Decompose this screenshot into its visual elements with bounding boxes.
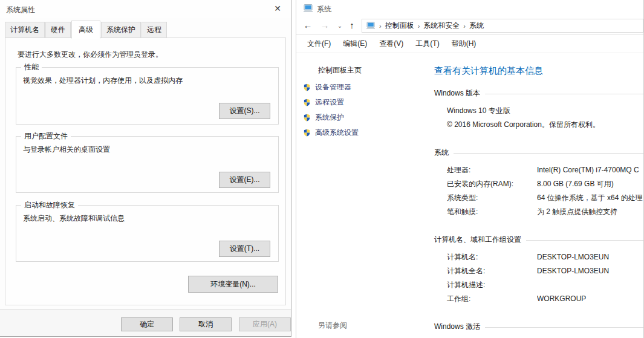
breadcrumb-separator-icon: ›: [414, 22, 424, 30]
section-divider: [526, 240, 643, 241]
tab-system-protection[interactable]: 系统保护: [101, 22, 141, 38]
spec-label: 已安装的内存(RAM):: [447, 177, 537, 191]
uac-shield-icon: [303, 128, 311, 137]
admin-note: 要进行大多数更改，你必须作为管理员登录。: [18, 50, 163, 60]
system-info-content: 查看有关计算机的基本信息 Windows 版本 Windows 10 专业版 ©…: [417, 53, 643, 338]
tab-advanced[interactable]: 高级: [71, 21, 100, 39]
windows-activation-section: Windows 激活 Windows 已激活 阅读 Microsoft 软件许可…: [434, 322, 643, 338]
section-divider: [485, 327, 643, 328]
user-profiles-group: 用户配置文件 与登录帐户相关的桌面设置 设置(E)...: [16, 136, 279, 193]
spec-label: 处理器:: [447, 163, 537, 177]
sidebar-task-list: 设备管理器 远程设置 系统保护: [303, 80, 417, 140]
task-sidebar: 控制面板主页 设备管理器 远程设置: [296, 53, 417, 338]
breadcrumb-computer-icon: [366, 22, 376, 30]
spec-label: 计算机名:: [447, 250, 537, 264]
ok-button[interactable]: 确定: [121, 317, 173, 331]
sidebar-item-label: 设备管理器: [315, 82, 351, 93]
environment-variables-button[interactable]: 环境变量(N)...: [188, 276, 278, 293]
back-icon[interactable]: ←: [302, 20, 314, 30]
sidebar-item-label: 高级系统设置: [315, 128, 359, 138]
sidebar-item-control-panel-home[interactable]: 控制面板主页: [318, 65, 362, 76]
system-window: 系统 ← → ⌄ ↑ › 控制面板 › 系统和安全 › 系统 文件(F) 编辑(…: [296, 0, 644, 338]
sidebar-item-advanced-system-settings[interactable]: 高级系统设置: [303, 125, 417, 140]
recent-pages-chevron-icon[interactable]: ⌄: [334, 22, 346, 29]
startup-recovery-group-desc: 系统启动、系统故障和调试信息: [23, 213, 125, 224]
section-title: Windows 激活: [434, 322, 480, 332]
performance-settings-button[interactable]: 设置(S)...: [219, 103, 270, 119]
up-icon[interactable]: ↑: [346, 20, 358, 30]
spec-value: 8.00 GB (7.69 GB 可用): [537, 177, 643, 191]
spec-label: 计算机描述:: [447, 278, 537, 292]
user-profiles-group-title: 用户配置文件: [21, 131, 71, 141]
spec-row-system-type: 系统类型: 64 位操作系统，基于 x64 的处理: [447, 191, 643, 205]
performance-group: 性能 视觉效果，处理器计划，内存使用，以及虚拟内存 设置(S)...: [16, 67, 279, 125]
address-bar[interactable]: › 控制面板 › 系统和安全 › 系统: [362, 19, 643, 33]
close-icon[interactable]: ✕: [264, 0, 291, 18]
section-title: 系统: [434, 148, 449, 158]
spec-row-computer-description: 计算机描述:: [447, 278, 643, 292]
tab-hardware[interactable]: 硬件: [45, 22, 71, 38]
dialog-title: 系统属性: [6, 5, 35, 15]
spec-row-processor: 处理器: Intel(R) Core(TM) i7-4700MQ C: [447, 163, 643, 177]
user-profiles-settings-button[interactable]: 设置(E)...: [219, 172, 270, 188]
tab-computer-name[interactable]: 计算机名: [5, 22, 45, 38]
spec-label: 笔和触摸:: [447, 205, 537, 219]
uac-shield-icon: [303, 98, 311, 107]
section-divider: [485, 94, 643, 94]
spec-value: Intel(R) Core(TM) i7-4700MQ C: [537, 163, 643, 177]
section-title: 计算机名、域和工作组设置: [434, 235, 521, 245]
spec-row-ram: 已安装的内存(RAM): 8.00 GB (7.69 GB 可用): [447, 177, 643, 191]
sidebar-item-device-manager[interactable]: 设备管理器: [303, 80, 417, 95]
breadcrumb-system[interactable]: 系统: [469, 21, 484, 31]
breadcrumb-separator-icon: ›: [376, 22, 385, 30]
window-titlebar[interactable]: 系统: [296, 0, 643, 17]
tab-remote[interactable]: 远程: [141, 22, 167, 38]
windows-edition-section: Windows 版本 Windows 10 专业版 © 2016 Microso…: [434, 88, 643, 132]
uac-shield-icon: [303, 113, 311, 122]
spec-row-computer-name: 计算机名: DESKTOP-LMO3EUN: [447, 250, 643, 264]
spec-row-pen-touch: 笔和触摸: 为 2 触摸点提供触控支持: [447, 205, 643, 219]
startup-recovery-settings-button[interactable]: 设置(T)...: [219, 241, 270, 257]
startup-recovery-group-title: 启动和故障恢复: [21, 200, 78, 210]
spec-value: DESKTOP-LMO3EUN: [537, 250, 643, 264]
sidebar-item-label: 远程设置: [315, 97, 344, 108]
breadcrumb-system-security[interactable]: 系统和安全: [423, 21, 460, 31]
performance-group-title: 性能: [21, 62, 42, 73]
windows-copyright: © 2016 Microsoft Corporation。保留所有权利。: [447, 118, 643, 132]
menu-edit[interactable]: 编辑(E): [337, 36, 373, 52]
system-section: 系统 处理器: Intel(R) Core(TM) i7-4700MQ C 已安…: [434, 148, 643, 219]
system-properties-dialog: 系统属性 ✕ 计算机名 硬件 高级 系统保护 远程 要进行大多数更改，你必须作为…: [0, 0, 291, 337]
uac-shield-icon: [303, 83, 311, 92]
spec-row-full-computer-name: 计算机全名: DESKTOP-LMO3EUN: [447, 264, 643, 278]
spec-label: 系统类型:: [447, 191, 537, 205]
menu-bar: 文件(F) 编辑(E) 查看(V) 工具(T) 帮助(H): [296, 35, 643, 53]
dialog-titlebar[interactable]: 系统属性 ✕: [0, 0, 291, 18]
windows-edition-name: Windows 10 专业版: [447, 104, 643, 118]
section-title: Windows 版本: [434, 88, 480, 99]
window-title: 系统: [317, 4, 331, 15]
see-also-label: 另请参阅: [318, 320, 347, 331]
apply-button: 应用(A): [239, 317, 291, 331]
spec-value: 为 2 触摸点提供触控支持: [537, 205, 643, 219]
sidebar-item-system-protection[interactable]: 系统保护: [303, 110, 417, 125]
tab-strip: 计算机名 硬件 高级 系统保护 远程: [5, 23, 168, 38]
menu-help[interactable]: 帮助(H): [446, 36, 483, 52]
breadcrumb-control-panel[interactable]: 控制面板: [385, 21, 414, 31]
cancel-button[interactable]: 取消: [180, 317, 232, 331]
spec-label: 计算机全名:: [447, 264, 537, 278]
computer-icon: [304, 4, 313, 15]
spec-label: 工作组:: [447, 292, 537, 306]
menu-tools[interactable]: 工具(T): [409, 36, 445, 52]
screen: 系统属性 ✕ 计算机名 硬件 高级 系统保护 远程 要进行大多数更改，你必须作为…: [0, 0, 644, 338]
sidebar-item-remote-settings[interactable]: 远程设置: [303, 95, 417, 110]
navigation-toolbar: ← → ⌄ ↑ › 控制面板 › 系统和安全 › 系统: [296, 17, 643, 35]
user-profiles-group-desc: 与登录帐户相关的桌面设置: [23, 145, 110, 155]
menu-view[interactable]: 查看(V): [373, 36, 409, 52]
startup-recovery-group: 启动和故障恢复 系统启动、系统故障和调试信息 设置(T)...: [16, 205, 279, 262]
spec-row-workgroup: 工作组: WORKGROUP: [447, 292, 643, 306]
advanced-tab-page: 要进行大多数更改，你必须作为管理员登录。 性能 视觉效果，处理器计划，内存使用，…: [5, 37, 286, 305]
breadcrumb-separator-icon: ›: [460, 22, 469, 30]
section-divider: [454, 153, 643, 154]
menu-file[interactable]: 文件(F): [301, 36, 337, 52]
page-title: 查看有关计算机的基本信息: [434, 65, 643, 77]
